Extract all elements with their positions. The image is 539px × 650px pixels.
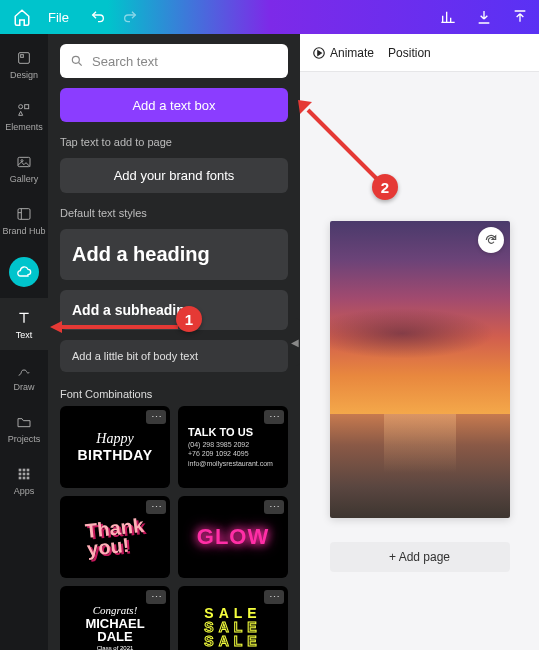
sidebar-item-projects[interactable]: Projects	[0, 402, 48, 454]
sidebar-label: Apps	[14, 486, 35, 496]
search-field[interactable]	[60, 44, 288, 78]
svg-rect-3	[25, 104, 29, 108]
svg-rect-12	[27, 472, 30, 475]
text-icon	[15, 309, 33, 327]
sidebar-label: Draw	[13, 382, 34, 392]
sidebar-label: Brand Hub	[2, 226, 45, 236]
design-icon	[15, 49, 33, 67]
undo-button[interactable]	[87, 6, 109, 28]
apps-icon	[15, 465, 33, 483]
svg-rect-8	[23, 468, 26, 471]
add-body-text-button[interactable]: Add a little bit of body text	[60, 340, 288, 372]
sidebar-label: Elements	[5, 122, 43, 132]
font-combo-talk-to-us[interactable]: ⋯ TALK TO US (04) 298 3985 2092 +76 209 …	[178, 406, 288, 488]
font-combo-thank-you[interactable]: ⋯ Thankyou!	[60, 496, 170, 578]
download-icon	[476, 9, 492, 25]
redo-button[interactable]	[119, 6, 141, 28]
svg-rect-15	[27, 476, 30, 479]
sidebar-label: Gallery	[10, 174, 39, 184]
sidebar-item-brand-hub[interactable]: Brand Hub	[0, 194, 48, 246]
gallery-icon	[15, 153, 33, 171]
panel-collapse-handle[interactable]: ◀	[289, 318, 300, 366]
animate-button[interactable]: Animate	[312, 46, 374, 60]
font-combinations-label: Font Combinations	[60, 388, 288, 400]
svg-rect-9	[27, 468, 30, 471]
search-input[interactable]	[92, 54, 278, 69]
brand-hub-icon	[15, 205, 33, 223]
position-button[interactable]: Position	[388, 46, 431, 60]
font-combo-birthday[interactable]: ⋯ Happy BIRTHDAY	[60, 406, 170, 488]
add-subheading-button[interactable]: Add a subheading	[60, 290, 288, 330]
left-sidebar: Design Elements Gallery Brand Hub Text D…	[0, 34, 48, 650]
top-bar: File	[0, 0, 539, 34]
svg-point-16	[72, 56, 79, 63]
font-combo-congrats[interactable]: ⋯ Congrats! MICHAEL DALE Class of 2021	[60, 586, 170, 650]
sidebar-item-cloud[interactable]	[0, 246, 48, 298]
svg-point-2	[19, 104, 23, 108]
svg-rect-14	[23, 476, 26, 479]
refresh-button[interactable]	[478, 227, 504, 253]
combo-more-icon[interactable]: ⋯	[146, 500, 166, 514]
add-page-button[interactable]: + Add page	[330, 542, 510, 572]
cloud-icon	[9, 257, 39, 287]
font-combo-glow[interactable]: ⋯ GLOW	[178, 496, 288, 578]
canvas-image	[330, 221, 510, 518]
svg-rect-13	[19, 476, 22, 479]
projects-icon	[15, 413, 33, 431]
sidebar-item-text[interactable]: Text	[0, 298, 48, 350]
redo-icon	[122, 9, 138, 25]
animate-icon	[312, 46, 326, 60]
add-text-box-button[interactable]: Add a text box	[60, 88, 288, 122]
add-brand-fonts-button[interactable]: Add your brand fonts	[60, 158, 288, 193]
combo-more-icon[interactable]: ⋯	[264, 500, 284, 514]
download-button[interactable]	[473, 6, 495, 28]
svg-rect-7	[19, 468, 22, 471]
add-heading-button[interactable]: Add a heading	[60, 229, 288, 280]
sidebar-item-draw[interactable]: Draw	[0, 350, 48, 402]
sidebar-label: Projects	[8, 434, 41, 444]
home-button[interactable]	[8, 3, 36, 31]
home-icon	[13, 8, 31, 26]
svg-rect-11	[23, 472, 26, 475]
svg-rect-6	[18, 208, 30, 219]
font-combo-sale[interactable]: ⋯ SALE SALE SALE	[178, 586, 288, 650]
sidebar-item-design[interactable]: Design	[0, 38, 48, 90]
chart-icon	[440, 9, 456, 25]
sidebar-item-elements[interactable]: Elements	[0, 90, 48, 142]
sidebar-label: Design	[10, 70, 38, 80]
file-menu[interactable]: File	[40, 6, 77, 29]
canvas-toolbar: Animate Position	[300, 34, 539, 72]
tap-text-label: Tap text to add to page	[60, 136, 288, 148]
refresh-icon	[484, 233, 498, 247]
sidebar-label: Text	[16, 330, 33, 340]
combo-more-icon[interactable]: ⋯	[146, 410, 166, 424]
share-icon	[512, 9, 528, 25]
share-button[interactable]	[509, 6, 531, 28]
insights-button[interactable]	[437, 6, 459, 28]
canvas-area: Animate Position	[300, 34, 539, 650]
svg-rect-10	[19, 472, 22, 475]
search-icon	[70, 54, 84, 68]
combo-more-icon[interactable]: ⋯	[146, 590, 166, 604]
undo-icon	[90, 9, 106, 25]
sidebar-item-apps[interactable]: Apps	[0, 454, 48, 506]
svg-rect-1	[21, 54, 24, 57]
default-styles-label: Default text styles	[60, 207, 288, 219]
combo-more-icon[interactable]: ⋯	[264, 590, 284, 604]
canvas-page[interactable]	[330, 221, 510, 518]
sidebar-item-gallery[interactable]: Gallery	[0, 142, 48, 194]
text-panel: Add a text box Tap text to add to page A…	[48, 34, 300, 650]
elements-icon	[15, 101, 33, 119]
draw-icon	[15, 361, 33, 379]
combo-more-icon[interactable]: ⋯	[264, 410, 284, 424]
